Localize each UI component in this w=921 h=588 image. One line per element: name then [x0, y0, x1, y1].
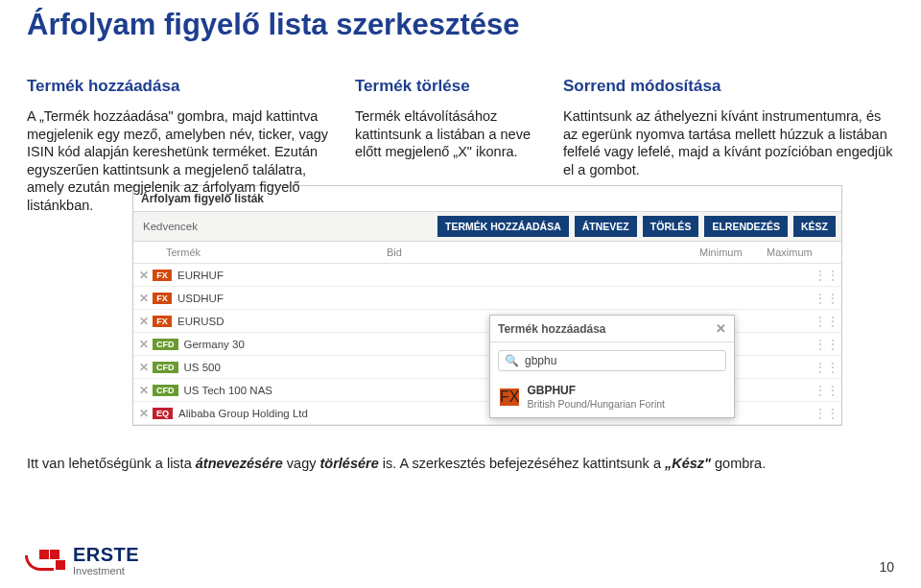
popup-search[interactable]: 🔍: [498, 350, 726, 371]
remove-row-icon[interactable]: ✕: [139, 269, 153, 282]
table-row[interactable]: ✕FXUSDHUF⋮⋮: [133, 287, 841, 310]
popup-result-row[interactable]: FX GBPHUF British Pound/Hungarian Forint: [490, 379, 734, 417]
table-row[interactable]: ✕FXEURHUF⋮⋮: [133, 264, 841, 287]
drag-handle-icon[interactable]: ⋮⋮: [815, 269, 834, 282]
remove-row-icon[interactable]: ✕: [139, 292, 153, 305]
instrument-name: USDHUF: [177, 293, 815, 304]
remove-row-icon[interactable]: ✕: [139, 407, 153, 420]
drag-handle-icon[interactable]: ⋮⋮: [815, 292, 834, 305]
asset-type-tag: FX: [153, 316, 172, 327]
popup-search-input[interactable]: [525, 354, 720, 367]
col-order: Sorrend módosítása Kattintsunk az áthely…: [563, 77, 894, 214]
asset-type-tag: CFD: [153, 339, 178, 350]
popup-title: Termék hozzáadása: [498, 322, 716, 336]
asset-type-tag: FX: [153, 293, 172, 304]
result-desc: British Pound/Hungarian Forint: [527, 398, 665, 410]
result-symbol: GBPHUF: [527, 385, 665, 398]
drag-handle-icon[interactable]: ⋮⋮: [815, 361, 834, 374]
brand-name: ERSTE: [73, 545, 139, 564]
search-icon: 🔍: [505, 354, 519, 367]
col-order-heading: Sorrend módosítása: [563, 77, 894, 96]
asset-type-tag: CFD: [153, 362, 178, 373]
table-row[interactable]: ✕CFDGermany 30⋮⋮: [133, 333, 841, 356]
asset-type-tag: EQ: [153, 408, 173, 419]
col-add-heading: Termék hozzáadása: [27, 77, 334, 96]
delete-button[interactable]: TÖRLÉS: [643, 216, 699, 237]
remove-row-icon[interactable]: ✕: [139, 315, 153, 328]
asset-type-tag: FX: [153, 270, 172, 281]
brand-logo: ERSTE Investment: [27, 545, 139, 576]
remove-row-icon[interactable]: ✕: [139, 338, 153, 351]
table-row[interactable]: ✕FXEURUSD⋮⋮: [133, 310, 841, 333]
table-row[interactable]: ✕CFDUS Tech 100 NAS⋮⋮: [133, 379, 841, 402]
remove-row-icon[interactable]: ✕: [139, 361, 153, 374]
watchlist-column-headers: Termék Bid Minimum Maximum: [133, 242, 841, 264]
result-tag: FX: [500, 388, 519, 406]
erste-logo-icon: [27, 550, 65, 573]
add-product-button[interactable]: TERMÉK HOZZÁADÁSA: [437, 216, 569, 237]
asset-type-tag: CFD: [153, 385, 178, 396]
drag-handle-icon[interactable]: ⋮⋮: [815, 338, 834, 351]
watchlist-screenshot: Árfolyam figyelő listák Kedvencek TERMÉK…: [132, 185, 842, 426]
col-header-max: Maximum: [767, 247, 834, 258]
footnote: Itt van lehetőségünk a lista átnevezésér…: [27, 455, 890, 473]
brand-sub: Investment: [73, 566, 139, 576]
watchlist-toolbar: Kedvencek TERMÉK HOZZÁADÁSA ÁTNEVEZ TÖRL…: [133, 212, 841, 242]
table-row[interactable]: ✕CFDUS 500⋮⋮: [133, 356, 841, 379]
table-row[interactable]: ✕EQAlibaba Group Holding Ltd⋮⋮: [133, 402, 841, 425]
col-del-heading: Termék törlése: [355, 77, 542, 96]
col-order-body: Kattintsunk az áthelyezni kívánt instrum…: [563, 107, 894, 178]
popup-close-icon[interactable]: ✕: [716, 321, 726, 336]
page-title: Árfolyam figyelő lista szerkesztése: [27, 8, 894, 42]
col-header-product: Termék: [137, 247, 387, 258]
rename-button[interactable]: ÁTNEVEZ: [575, 216, 637, 237]
col-header-bid: Bid: [387, 247, 699, 258]
col-del-body: Termék eltávolításához kattintsunk a lis…: [355, 107, 542, 161]
drag-handle-icon[interactable]: ⋮⋮: [815, 407, 834, 420]
drag-handle-icon[interactable]: ⋮⋮: [815, 384, 834, 397]
done-button[interactable]: KÉSZ: [793, 216, 836, 237]
col-header-min: Minimum: [699, 247, 767, 258]
drag-handle-icon[interactable]: ⋮⋮: [815, 315, 834, 328]
col-del: Termék törlése Termék eltávolításához ka…: [355, 77, 542, 214]
add-product-popup: Termék hozzáadása ✕ 🔍 FX GBPHUF British …: [489, 315, 735, 418]
remove-row-icon[interactable]: ✕: [139, 384, 153, 397]
watchlist-tab-favorites[interactable]: Kedvencek: [133, 215, 207, 238]
instrument-name: EURHUF: [177, 270, 815, 281]
page-number: 10: [879, 559, 894, 575]
arrange-button[interactable]: ELRENDEZÉS: [704, 216, 788, 237]
